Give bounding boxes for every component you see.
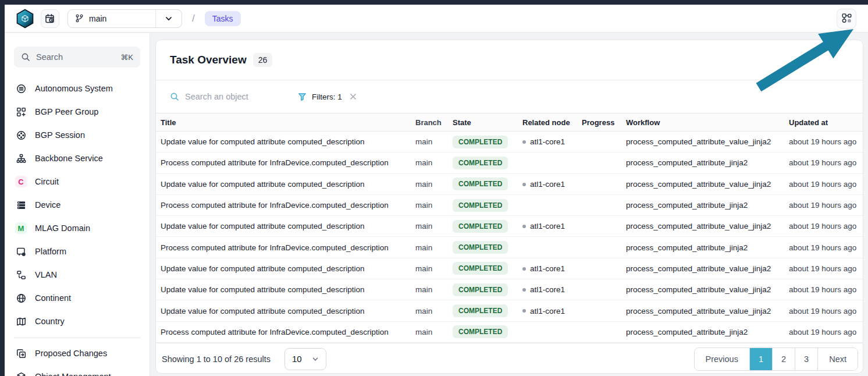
- proposed-changes-icon: [15, 347, 27, 359]
- object-search-input[interactable]: [185, 92, 284, 101]
- branch-selector[interactable]: main: [67, 9, 182, 28]
- task-title: Update value for computed attribute comp…: [156, 173, 411, 194]
- sidebar-item-circuit[interactable]: CCircuit: [5, 170, 150, 193]
- time-travel-button[interactable]: [41, 9, 59, 28]
- chevron-down-icon: [312, 356, 319, 363]
- table-row[interactable]: Update value for computed attribute comp…: [156, 216, 863, 237]
- sidebar-item-label: MLAG Domain: [35, 224, 90, 233]
- column-header-workflow: Workflow: [621, 113, 784, 132]
- task-workflow: process_computed_attribute_value_jinja2: [621, 132, 784, 152]
- sidebar-item-label: Country: [35, 317, 65, 326]
- task-state-cell: COMPLETED: [448, 132, 518, 152]
- task-count-badge: 26: [253, 53, 273, 67]
- task-title: Update value for computed attribute comp…: [156, 279, 411, 300]
- task-branch: main: [411, 258, 448, 279]
- task-state-cell: COMPLETED: [448, 173, 518, 194]
- previous-page-button[interactable]: Previous: [695, 348, 749, 370]
- node-dot-icon: [522, 183, 526, 186]
- sidebar-search[interactable]: Search ⌘K: [14, 47, 140, 68]
- sidebar-item-label: Proposed Changes: [35, 349, 107, 358]
- task-updated-at: about 19 hours ago: [784, 173, 863, 194]
- table-row[interactable]: Update value for computed attribute comp…: [156, 132, 863, 152]
- object-management-icon: [15, 371, 27, 376]
- sidebar-item-label: Object Management: [35, 372, 111, 376]
- task-state-cell: COMPLETED: [448, 216, 518, 237]
- task-progress: [577, 300, 621, 321]
- status-badge: COMPLETED: [453, 199, 508, 212]
- column-header-progress: Progress: [577, 113, 621, 132]
- sidebar-item-backbone-service[interactable]: Backbone Service: [5, 147, 150, 170]
- sidebar-item-label: Backbone Service: [35, 154, 103, 163]
- task-branch: main: [411, 132, 448, 152]
- sidebar-item-label: Continent: [35, 293, 71, 303]
- node-dot-icon: [522, 225, 526, 228]
- sidebar-item-device[interactable]: Device: [5, 193, 150, 217]
- infrahub-logo[interactable]: [15, 9, 35, 29]
- next-page-button[interactable]: Next: [817, 348, 858, 370]
- search-icon: [21, 52, 30, 62]
- pagination-group: Previous123Next: [694, 347, 858, 371]
- platform-icon: [15, 246, 27, 257]
- table-row[interactable]: Process computed attribute for InfraDevi…: [156, 152, 863, 173]
- task-workflow: process_computed_attribute_value_jinja2: [621, 173, 784, 194]
- task-title: Process computed attribute for InfraDevi…: [156, 152, 411, 173]
- page-button-1[interactable]: 1: [749, 348, 772, 370]
- task-workflow: process_computed_attribute_value_jinja2: [621, 300, 784, 321]
- page-button-2[interactable]: 2: [772, 348, 795, 370]
- sidebar-item-autonomous-system[interactable]: Autonomous System: [5, 77, 150, 100]
- sidebar-search-shortcut: ⌘K: [120, 53, 133, 62]
- task-workflow: process_computed_attribute_jinja2: [621, 194, 784, 215]
- sidebar-item-proposed-changes[interactable]: Proposed Changes: [5, 342, 150, 365]
- status-badge: COMPLETED: [453, 262, 508, 275]
- sidebar-item-label: BGP Session: [35, 130, 85, 140]
- table-row[interactable]: Update value for computed attribute comp…: [156, 300, 863, 321]
- schema-button[interactable]: [837, 9, 856, 29]
- sidebar-item-mlag-domain[interactable]: MMLAG Domain: [5, 217, 150, 240]
- table-row[interactable]: Update value for computed attribute comp…: [156, 173, 863, 194]
- table-row[interactable]: Process computed attribute for InfraDevi…: [156, 237, 863, 258]
- task-workflow: process_computed_attribute_jinja2: [621, 237, 784, 258]
- column-header-updated-at: Updated at: [784, 113, 863, 132]
- task-state-cell: COMPLETED: [448, 237, 518, 258]
- sidebar-item-continent[interactable]: Continent: [5, 286, 150, 310]
- table-row[interactable]: Update value for computed attribute comp…: [156, 258, 863, 279]
- task-updated-at: about 19 hours ago: [784, 194, 863, 215]
- sidebar-nav: Autonomous SystemBGP Peer GroupBGP Sessi…: [5, 77, 150, 333]
- task-title: Update value for computed attribute comp…: [156, 216, 411, 237]
- task-progress: [577, 279, 621, 300]
- window-frame-left: [0, 0, 5, 376]
- breadcrumb-tasks-chip[interactable]: Tasks: [205, 11, 241, 26]
- sidebar-item-object-management[interactable]: Object Management: [5, 365, 150, 376]
- bgp-peer-group-icon: [15, 106, 27, 118]
- sidebar-item-bgp-peer-group[interactable]: BGP Peer Group: [5, 100, 150, 123]
- task-branch: main: [411, 173, 448, 194]
- sidebar-item-vlan[interactable]: VLAN: [5, 263, 150, 286]
- task-progress: [577, 321, 621, 342]
- task-progress: [577, 173, 621, 194]
- task-updated-at: about 19 hours ago: [784, 321, 863, 342]
- bgp-session-icon: [15, 129, 27, 141]
- page-button-3[interactable]: 3: [795, 348, 817, 370]
- related-node: [518, 321, 577, 342]
- sidebar-search-placeholder: Search: [36, 52, 63, 62]
- continent-icon: [15, 292, 27, 304]
- table-row[interactable]: Process computed attribute for InfraDevi…: [156, 321, 863, 342]
- sidebar-item-country[interactable]: Country: [5, 310, 150, 333]
- page-size-select[interactable]: 10: [284, 348, 326, 370]
- task-branch: main: [411, 216, 448, 237]
- filters-control[interactable]: Filters: 1: [298, 93, 342, 101]
- task-workflow: process_computed_attribute_jinja2: [621, 321, 784, 342]
- branch-dropdown-toggle[interactable]: [155, 10, 182, 27]
- table-row[interactable]: Process computed attribute for InfraDevi…: [156, 194, 863, 215]
- sidebar-item-platform[interactable]: Platform: [5, 240, 150, 263]
- table-row[interactable]: Update value for computed attribute comp…: [156, 279, 863, 300]
- task-branch: main: [411, 194, 448, 215]
- clear-filters-icon[interactable]: [349, 93, 357, 101]
- sidebar-item-bgp-session[interactable]: BGP Session: [5, 123, 150, 147]
- task-state-cell: COMPLETED: [448, 300, 518, 321]
- vlan-icon: [15, 269, 27, 281]
- status-badge: COMPLETED: [453, 136, 508, 148]
- sidebar-nav-bottom: Proposed ChangesObject Management: [5, 342, 150, 376]
- sidebar-item-label: Platform: [35, 247, 66, 256]
- task-branch: main: [411, 152, 448, 173]
